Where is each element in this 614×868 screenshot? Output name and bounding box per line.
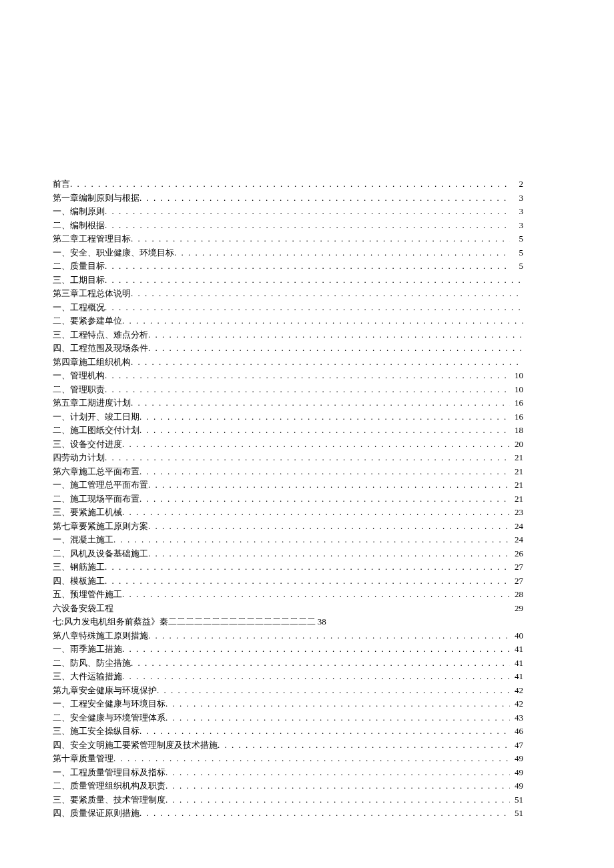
toc-entry-page: 42 (510, 697, 523, 711)
toc-entry-page: 21 (510, 451, 523, 464)
toc-leader-dots (139, 410, 510, 424)
toc-entry-title: 五、预埋管件施工 (53, 588, 122, 601)
toc-entry-title: 第十章质量管理 (53, 752, 113, 765)
toc-entry-page: 29 (510, 602, 523, 615)
toc-row: 四劳动力计划21 (53, 451, 523, 464)
toc-entry-title: 第八章特殊施工原则措施 (53, 629, 148, 642)
toc-entry-title: 一、工程质量管理目标及指标 (53, 766, 166, 779)
toc-entry-page: 3 (510, 191, 523, 205)
toc-entry-title: 四、安全文明施工要紧管理制度及技术措施 (53, 739, 218, 752)
toc-entry-title: 二、编制根据 (53, 219, 105, 232)
toc-row: 三、工期目标 (53, 274, 523, 287)
toc-entry-title: 七:风力发电机组务前蔡益》秦二二二二二二二二二二二二二二二二二 38 (53, 615, 326, 628)
toc-entry-title: 二、防风、防尘措施 (53, 657, 131, 670)
toc-leader-dots (122, 588, 510, 601)
toc-entry-title: 四、工程范围及现场条件 (53, 342, 148, 355)
toc-entry-title: 一、工程概况 (53, 301, 105, 314)
toc-entry-title: 第二章工程管理目标 (53, 232, 131, 246)
toc-row: 二、要紧参建单位 (53, 314, 523, 328)
toc-entry-title: 二、要紧参建单位 (53, 314, 122, 328)
toc-leader-dots (122, 670, 510, 683)
toc-leader-dots (113, 752, 510, 765)
toc-leader-dots (139, 807, 510, 820)
toc-entry-page: 51 (510, 807, 523, 820)
toc-entry-title: 第九章安全健康与环境保护 (53, 684, 157, 697)
toc-entry-page: 51 (510, 793, 523, 807)
toc-entry-page: 28 (510, 588, 523, 601)
toc-row: 四、工程范围及现场条件 (53, 342, 523, 355)
toc-entry-page: 23 (510, 506, 523, 519)
toc-entry-page: 3 (510, 219, 523, 232)
toc-leader-dots (105, 560, 510, 574)
table-of-contents: 前言2第一章编制原则与根据3一、编制原则3二、编制根据3第二章工程管理目标5一、… (53, 177, 523, 820)
toc-leader-dots (139, 492, 510, 506)
toc-leader-dots (148, 520, 510, 533)
toc-leader-dots (105, 274, 523, 287)
toc-leader-dots (131, 287, 523, 300)
toc-entry-title: 第三章工程总体说明 (53, 287, 131, 300)
toc-row: 三、设备交付进度20 (53, 438, 523, 451)
toc-entry-page: 10 (510, 369, 523, 382)
toc-entry-title: 三、设备交付进度 (53, 438, 122, 451)
toc-row: 四、安全文明施工要紧管理制度及技术措施47 (53, 739, 523, 752)
toc-leader-dots (105, 219, 510, 232)
toc-entry-title: 二、施工现场平面布置 (53, 492, 139, 506)
toc-leader-dots (148, 342, 523, 355)
toc-entry-page: 46 (510, 725, 523, 738)
toc-leader-dots (105, 574, 510, 588)
toc-entry-title: 一、工程安全健康与环境目标 (53, 697, 166, 711)
toc-entry-page: 47 (510, 739, 523, 752)
toc-row: 一、施工管理总平面布置21 (53, 478, 523, 492)
toc-entry-title: 四劳动力计划 (53, 451, 105, 464)
toc-leader-dots (139, 424, 510, 437)
toc-row: 第三章工程总体说明 (53, 287, 523, 300)
toc-entry-title: 三、工程特点、难点分析 (53, 328, 148, 342)
toc-entry-page: 20 (510, 438, 523, 451)
toc-entry-page: 41 (510, 642, 523, 656)
toc-entry-page: 5 (510, 260, 523, 273)
toc-row: 四、质量保证原则措施51 (53, 807, 523, 820)
toc-row: 二、管理职责10 (53, 383, 523, 396)
toc-row: 第二章工程管理目标5 (53, 232, 523, 246)
toc-leader-dots (157, 684, 510, 697)
toc-row: 二、防风、防尘措施41 (53, 657, 523, 670)
toc-leader-dots (131, 356, 523, 369)
toc-row: 第十章质量管理49 (53, 752, 523, 765)
toc-entry-page: 2 (510, 177, 523, 191)
toc-entry-title: 一、管理机构 (53, 369, 105, 382)
toc-row: 一、计划开、竣工日期16 (53, 410, 523, 424)
toc-entry-title: 四、质量保证原则措施 (53, 807, 139, 820)
toc-entry-page: 49 (510, 766, 523, 779)
toc-entry-page: 5 (510, 246, 523, 260)
toc-row: 二、质量管理组织机构及职责49 (53, 779, 523, 793)
toc-entry-page: 49 (510, 752, 523, 765)
toc-row: 二、施工现场平面布置21 (53, 492, 523, 506)
toc-leader-dots (174, 246, 510, 260)
toc-leader-dots (105, 301, 523, 314)
toc-entry-page: 26 (510, 547, 523, 560)
toc-row: 五、预埋管件施工28 (53, 588, 523, 601)
toc-leader-dots (105, 383, 510, 396)
toc-leader-dots (166, 793, 510, 807)
toc-entry-title: 一、计划开、竣工日期 (53, 410, 139, 424)
toc-row: 第一章编制原则与根据3 (53, 191, 523, 205)
toc-leader-dots (166, 697, 510, 711)
toc-leader-dots (122, 438, 510, 451)
toc-leader-dots (131, 657, 510, 670)
toc-entry-title: 一、雨季施工措施 (53, 642, 122, 656)
toc-entry-page: 21 (510, 478, 523, 492)
toc-row: 二、施工图纸交付计划18 (53, 424, 523, 437)
toc-row: 一、管理机构10 (53, 369, 523, 382)
toc-leader-dots (148, 328, 523, 342)
toc-row: 二、安全健康与环境管理体系43 (53, 711, 523, 725)
toc-entry-page: 42 (510, 684, 523, 697)
toc-entry-title: 二、质量目标 (53, 260, 105, 273)
toc-entry-title: 三、大件运输措施 (53, 670, 122, 683)
toc-leader-dots (131, 396, 510, 410)
toc-entry-page: 49 (510, 779, 523, 793)
toc-row: 三、工程特点、难点分析 (53, 328, 523, 342)
toc-entry-title: 三、工期目标 (53, 274, 105, 287)
toc-entry-page: 3 (510, 205, 523, 218)
toc-entry-title: 三、钢筋施工 (53, 560, 105, 574)
toc-leader-dots (131, 232, 510, 246)
